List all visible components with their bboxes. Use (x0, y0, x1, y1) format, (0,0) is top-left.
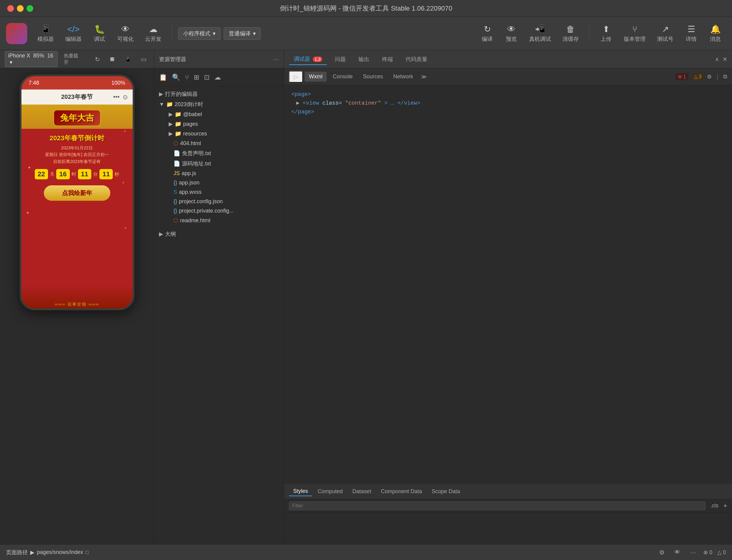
sub-tab-right: ⊗ 1 △ 3 ⚙ ⋮ ⧉ (675, 73, 727, 80)
editor-button[interactable]: </> 编辑器 (61, 23, 86, 44)
tree-item-appjs[interactable]: JS app.js (154, 169, 284, 178)
days-value: 22 (35, 169, 48, 179)
maximize-button[interactable] (27, 5, 33, 12)
refresh-button[interactable]: ↻ 编译 (476, 22, 498, 44)
mode-dropdown-label: 小程序模式 (183, 30, 210, 37)
sub-tab-network[interactable]: Network (389, 72, 417, 82)
hours-unit: 时 (72, 171, 76, 177)
compile-dropdown[interactable]: 普通编译 ▾ (224, 27, 261, 40)
tree-item-appwxss[interactable]: S app.wxss (154, 187, 284, 197)
tab-debugger[interactable]: 调试器 1,3 (289, 54, 327, 65)
clear-cache-button[interactable]: 🗑 清缓存 (558, 22, 583, 44)
sty-tab-scope-data[interactable]: Scope Data (427, 487, 464, 496)
preview-button[interactable]: 👁 预览 (501, 22, 522, 44)
details-button[interactable]: ☰ 详情 (681, 22, 702, 44)
opened-editor-label: 打开的编辑器 (165, 90, 198, 98)
cta-button[interactable]: 点我绘新年 (44, 185, 110, 201)
status-eye-button[interactable]: 👁 (672, 548, 683, 557)
tree-item-projectprivate[interactable]: {} project.private.config... (154, 206, 284, 216)
sub-tab-select[interactable]: ▷ (289, 71, 303, 83)
sim-stop-button[interactable]: ⏹ (107, 54, 118, 64)
status-settings-button[interactable]: ⚙ (657, 548, 667, 557)
sty-tab-computed[interactable]: Computed (314, 487, 347, 496)
simulator-button[interactable]: 📱 模拟器 (33, 22, 58, 44)
tree-item-resources[interactable]: ▶ 📁 resources (154, 129, 284, 138)
devtools-settings-button[interactable]: ⚙ (707, 73, 712, 80)
real-device-button[interactable]: 📲 真机调试 (525, 22, 555, 44)
tab-quality[interactable]: 代码质量 (401, 54, 432, 65)
tree-opened-editors[interactable]: ▶ 打开的编辑器 (154, 89, 284, 99)
sim-reload-button[interactable]: ↻ (93, 54, 103, 64)
pages-label: pages (183, 121, 198, 127)
sty-tab-dataset[interactable]: Dataset (348, 487, 375, 496)
debug-button[interactable]: 🐛 调试 (89, 22, 110, 44)
ft-search-btn[interactable]: 🔍 (172, 73, 180, 81)
tree-item-appjson[interactable]: {} app.json (154, 178, 284, 187)
filter-input[interactable] (289, 502, 705, 510)
tree-item-404[interactable]: ⬡ 404.html (154, 138, 284, 148)
cloud-button[interactable]: ☁ 云开发 (141, 22, 166, 44)
sty-tab-component-data[interactable]: Component Data (376, 487, 426, 496)
upload-button[interactable]: ⬆ 上传 (595, 22, 616, 44)
device-dropdown[interactable]: iPhone X 85% 16 ▾ (5, 51, 58, 67)
star-deco7: ✦ (26, 210, 30, 215)
ft-grid-btn[interactable]: ⊞ (194, 73, 199, 81)
tree-item-sourceaddr[interactable]: 📄 源码地址.txt (154, 158, 284, 169)
clear-cache-label: 清缓存 (562, 35, 579, 43)
tree-item-readme[interactable]: ⬡ readme.html (154, 216, 284, 225)
sub-tab-console[interactable]: Console (329, 72, 357, 82)
visual-button[interactable]: 👁 可视化 (113, 22, 138, 44)
star-deco5: ✦ (28, 165, 31, 170)
message-button[interactable]: 🔔 消息 (705, 22, 726, 44)
sim-tablet-button[interactable]: ▭ (138, 54, 149, 64)
ft-copy-btn[interactable]: 📋 (159, 73, 167, 81)
test-num-button[interactable]: ↗ 测试号 (653, 22, 678, 44)
days-unit: 天 (50, 171, 54, 177)
filetree-title: 资源管理器 (159, 56, 271, 63)
sty-tab-styles[interactable]: Styles (289, 487, 312, 496)
tree-item-projectconfig[interactable]: {} project.config.json (154, 197, 284, 206)
devtools-menu-button[interactable]: ⋮ (715, 73, 720, 80)
devtools-collapse-button[interactable]: ∧ (715, 56, 719, 63)
preview-label: 预览 (506, 35, 517, 43)
devtools-expand-button[interactable]: ⧉ (723, 73, 727, 80)
minimize-button[interactable] (17, 5, 24, 12)
wxml-tab-label: Wxml (309, 73, 323, 80)
more-tabs-icon[interactable]: ≫ (421, 73, 427, 80)
styles-panel: Styles Computed Dataset Component Data S… (284, 484, 732, 544)
tab-issues[interactable]: 问题 (330, 54, 351, 65)
tree-outline[interactable]: ▶ 大纲 (154, 229, 284, 239)
devtools-close-button[interactable]: ✕ (723, 56, 727, 63)
cls-button[interactable]: .cls (708, 502, 721, 510)
clear-cache-icon: 🗑 (566, 24, 575, 34)
tree-item-pages[interactable]: ▶ 📁 pages (154, 119, 284, 129)
close-button[interactable] (7, 5, 14, 12)
filetree-more-button[interactable]: ⋯ (274, 56, 279, 63)
tab-terminal[interactable]: 终端 (377, 54, 398, 65)
add-style-button[interactable]: + (723, 502, 727, 510)
ft-branch-btn[interactable]: ⑂ (185, 73, 189, 81)
ft-more-btn[interactable]: ☁ (214, 73, 221, 81)
status-battery: 100% (111, 80, 125, 86)
app-title-badge: 兔年大吉 (53, 109, 101, 126)
tab-output[interactable]: 输出 (354, 54, 374, 65)
sim-phone-button[interactable]: 📱 (122, 54, 134, 64)
tree-item-babel[interactable]: ▶ 📁 @babel (154, 109, 284, 119)
code-line-view[interactable]: ▶ <view class= "container" > … </view> (296, 99, 727, 108)
ft-split-btn[interactable]: ⊡ (204, 73, 210, 81)
version-mgr-button[interactable]: ⑂ 版本管理 (620, 23, 650, 44)
sub-tab-sources[interactable]: Sources (359, 72, 387, 82)
tree-item-disclaimer[interactable]: 📄 免责声明.txt (154, 148, 284, 158)
visual-label: 可视化 (117, 35, 134, 43)
cloud-icon: ☁ (149, 24, 158, 34)
nav-more-icon[interactable]: ••• (113, 93, 119, 101)
sub-tab-wxml[interactable]: Wxml (305, 72, 327, 82)
mode-dropdown[interactable]: 小程序模式 ▾ (178, 27, 221, 40)
dataset-tab-label: Dataset (353, 488, 371, 494)
txt-icon-sourceaddr: 📄 (174, 160, 180, 167)
nav-record-icon[interactable]: ⊙ (123, 93, 128, 101)
upload-label: 上传 (600, 35, 611, 43)
sourceaddr-label: 源码地址.txt (182, 160, 211, 167)
status-more-button[interactable]: ⋯ (688, 548, 698, 557)
tree-project-root[interactable]: ▼ 📁 2023倒计时 (154, 99, 284, 109)
